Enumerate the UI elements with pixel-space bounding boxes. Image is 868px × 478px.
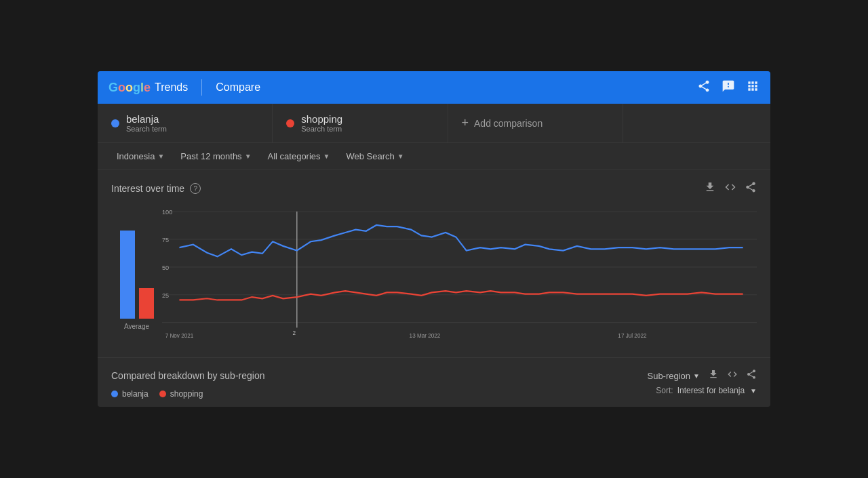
navbar-icons (697, 79, 760, 96)
avg-bar-belanja (120, 231, 135, 319)
avg-bars-container (120, 231, 154, 319)
term1-dot (111, 119, 119, 127)
svg-text:50: 50 (162, 264, 169, 271)
searchtype-filter[interactable]: Web Search ▼ (340, 148, 409, 164)
chart-header: Interest over time ? (111, 181, 757, 196)
chart-title: Interest over time (111, 183, 184, 194)
chart-area: Average 100 75 50 25 (111, 204, 757, 346)
svg-text:75: 75 (162, 236, 169, 243)
trends-label: Trends (155, 81, 188, 94)
embed-chart-icon[interactable] (724, 181, 736, 196)
line-chart-svg: 100 75 50 25 2 7 Nov 2021 13 Mar (162, 204, 757, 346)
searchtype-chevron-icon: ▼ (397, 153, 404, 160)
breakdown-header: Compared breakdown by sub-region Sub-reg… (111, 369, 757, 382)
brand: Google Trends (108, 81, 188, 95)
add-icon: + (462, 116, 469, 130)
spacer-term (623, 104, 770, 142)
categories-label: All categories (268, 151, 321, 161)
svg-text:25: 25 (162, 292, 169, 299)
search-term-2[interactable]: shopping Search term (273, 104, 448, 142)
breakdown-right: Sub-region ▼ (647, 369, 757, 382)
breakdown-title: Compared breakdown by sub-region (111, 370, 264, 381)
timerange-chevron-icon: ▼ (245, 153, 252, 160)
apps-icon[interactable] (746, 79, 760, 96)
avg-label: Average (124, 323, 149, 330)
help-icon[interactable]: ? (190, 183, 201, 194)
add-comparison[interactable]: + Add comparison (448, 104, 623, 142)
download-breakdown-icon[interactable] (708, 369, 719, 382)
svg-text:100: 100 (162, 208, 172, 216)
filter-bar: Indonesia ▼ Past 12 months ▼ All categor… (98, 143, 770, 170)
feedback-icon[interactable] (722, 79, 735, 96)
share-breakdown-icon[interactable] (746, 369, 757, 382)
breakdown-section: Compared breakdown by sub-region Sub-reg… (98, 357, 770, 407)
google-logo: Google (108, 81, 151, 95)
chart-line-area: 100 75 50 25 2 7 Nov 2021 13 Mar (162, 204, 757, 346)
subregion-select[interactable]: Sub-region ▼ (647, 371, 700, 381)
search-term-1[interactable]: belanja Search term (98, 104, 273, 142)
download-chart-icon[interactable] (704, 181, 716, 196)
legend-text-shopping: shopping (170, 389, 203, 399)
sort-label: Sort: (656, 386, 673, 395)
term2-dot (286, 119, 294, 127)
categories-filter[interactable]: All categories ▼ (262, 148, 336, 164)
legend-shopping: shopping (159, 389, 203, 399)
navbar-divider (201, 79, 202, 96)
search-terms-bar: belanja Search term shopping Search term… (98, 104, 770, 143)
average-bars: Average (111, 204, 162, 346)
region-filter[interactable]: Indonesia ▼ (111, 148, 170, 164)
chart-section: Interest over time ? (98, 170, 770, 357)
legend-belanja: belanja (111, 389, 149, 399)
svg-text:2: 2 (293, 330, 296, 336)
svg-text:7 Nov 2021: 7 Nov 2021 (165, 332, 194, 338)
term1-info: belanja Search term (126, 113, 167, 133)
share-icon[interactable] (697, 79, 711, 96)
navbar: Google Trends Compare (98, 71, 770, 104)
region-label: Indonesia (117, 151, 155, 161)
timerange-label: Past 12 months (180, 151, 241, 161)
region-chevron-icon: ▼ (157, 153, 164, 160)
breakdown-legend: belanja shopping (111, 389, 203, 399)
sort-chevron-icon: ▼ (750, 387, 757, 395)
svg-text:13 Mar 2022: 13 Mar 2022 (410, 332, 441, 338)
breakdown-sort: Sort: Interest for belanja ▼ (656, 386, 757, 395)
sort-select[interactable]: Interest for belanja ▼ (677, 386, 757, 395)
legend-text-belanja: belanja (122, 389, 149, 399)
chart-actions (704, 181, 757, 196)
timerange-filter[interactable]: Past 12 months ▼ (175, 148, 256, 164)
sort-value: Interest for belanja (677, 386, 745, 395)
embed-breakdown-icon[interactable] (727, 369, 738, 382)
breakdown-legend-row: belanja shopping Sort: Interest for bela… (111, 382, 757, 399)
subregion-chevron-icon: ▼ (693, 372, 700, 380)
add-comparison-text: Add comparison (474, 118, 542, 129)
chart-title-row: Interest over time ? (111, 183, 201, 194)
term1-type: Search term (126, 125, 167, 133)
legend-dot-belanja (111, 391, 118, 397)
compare-label: Compare (216, 81, 260, 94)
outer-background: Google Trends Compare (0, 0, 868, 478)
subregion-label: Sub-region (647, 371, 690, 381)
legend-dot-shopping (159, 391, 166, 397)
term2-name: shopping (301, 113, 342, 125)
share-chart-icon[interactable] (745, 181, 757, 196)
searchtype-label: Web Search (346, 151, 394, 161)
svg-text:17 Jul 2022: 17 Jul 2022 (618, 332, 646, 338)
term1-name: belanja (126, 113, 167, 125)
term2-info: shopping Search term (301, 113, 342, 133)
categories-chevron-icon: ▼ (323, 153, 330, 160)
avg-bar-shopping (139, 288, 154, 319)
main-container: Google Trends Compare (98, 71, 770, 407)
term2-type: Search term (301, 125, 342, 133)
